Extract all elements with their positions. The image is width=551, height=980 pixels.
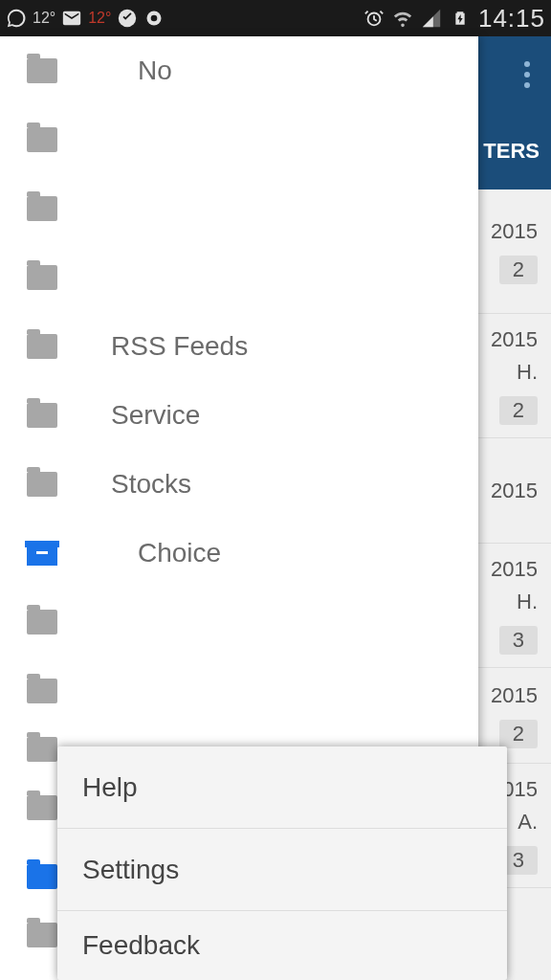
folder-icon [27, 610, 57, 635]
status-left: 12° 12° [6, 8, 165, 29]
row-sub: A. [518, 810, 538, 835]
drawer-item-rss-feeds[interactable]: RSS Feeds [0, 312, 478, 381]
check-circle-icon [117, 8, 138, 29]
folder-icon [27, 737, 57, 762]
drawer-item-label: RSS Feeds [111, 331, 248, 362]
row-badge: 2 [499, 396, 538, 425]
drawer-item[interactable]: Milodo [0, 174, 478, 243]
status-bar: 12° 12° 14:15 [0, 0, 551, 36]
row-date: 2015 [491, 219, 538, 244]
row-sub: H. [517, 360, 538, 385]
record-icon [143, 8, 165, 29]
wifi-icon [392, 8, 413, 29]
popup-item-label: Help [82, 772, 138, 803]
popup-item-help[interactable]: Help [57, 746, 507, 829]
folder-icon [27, 58, 57, 83]
row-badge: 3 [499, 626, 538, 655]
status-temp-2: 12° [88, 10, 111, 27]
whatsapp-icon [6, 8, 27, 29]
drawer-item-label: Choice [138, 538, 221, 568]
row-date: 2015 [491, 683, 538, 708]
row-badge: 2 [499, 720, 538, 748]
drawer-item-label: Indus [111, 124, 177, 155]
drawer-item-no[interactable]: No [0, 36, 478, 105]
drawer-item-label: Service [111, 400, 200, 431]
drawer-item-label: Choices [138, 676, 234, 706]
row-date: 2015 [491, 479, 538, 503]
svg-point-2 [151, 15, 158, 22]
folder-icon [27, 127, 57, 152]
folder-icon [27, 472, 57, 497]
folder-icon [27, 334, 57, 359]
row-date: 2015 [491, 327, 538, 352]
drawer-item[interactable]: Agto [0, 588, 478, 657]
drawer-item[interactable]: Choices [0, 657, 478, 725]
battery-charging-icon [450, 8, 471, 29]
popup-item-label: Settings [82, 855, 179, 885]
archive-icon [27, 541, 57, 566]
drawer-item-stocks[interactable]: Stocks [0, 450, 478, 519]
popup-item-feedback[interactable]: Feedback [57, 911, 507, 980]
drawer-item-choice[interactable]: Choice [0, 519, 478, 588]
drawer-item-service[interactable]: Service [0, 381, 478, 450]
row-badge: 2 [499, 256, 538, 284]
drawer-item-label: Agto [138, 607, 193, 637]
folder-icon [27, 923, 57, 947]
status-right: 14:15 [364, 4, 545, 33]
drawer-item-label: Promin [111, 262, 196, 293]
drawer-item-label: Stocks [111, 469, 191, 500]
signal-icon [421, 8, 442, 29]
status-time: 14:15 [478, 4, 545, 33]
overflow-menu-icon[interactable] [524, 61, 530, 88]
popup-item-settings[interactable]: Settings [57, 829, 507, 911]
drawer-item[interactable]: Promin [0, 243, 478, 312]
row-date: 2015 [491, 557, 538, 582]
drawer-item-label: Milodo [111, 193, 189, 224]
folder-icon [27, 864, 57, 889]
alarm-icon [364, 8, 385, 29]
row-sub: H. [517, 590, 538, 614]
folder-icon [27, 265, 57, 290]
overflow-popup-menu: Help Settings Feedback [57, 746, 507, 980]
folder-icon [27, 795, 57, 820]
folder-icon [27, 403, 57, 428]
popup-item-label: Feedback [82, 930, 200, 961]
filters-tab-label: TERS [483, 139, 540, 164]
gmail-icon [61, 8, 82, 29]
drawer-item-label: No [138, 56, 172, 86]
folder-icon [27, 196, 57, 221]
status-temp-1: 12° [33, 10, 55, 27]
drawer-item[interactable]: Indus [0, 105, 478, 174]
folder-icon [27, 679, 57, 703]
